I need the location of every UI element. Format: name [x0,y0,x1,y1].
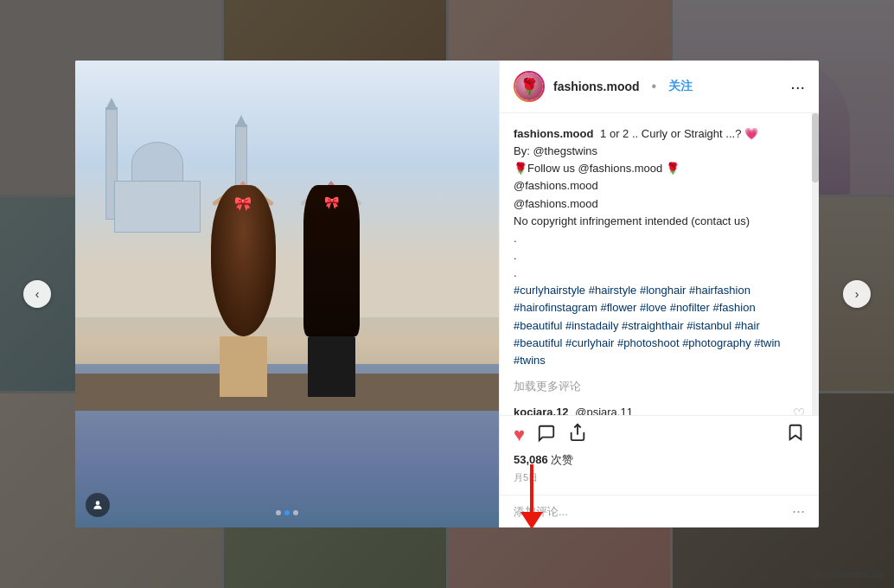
post-date: 月5日 [514,471,805,484]
caption-line2: By: @thegstwins [514,144,597,157]
post-header: 🌹 fashions.mood • 关注 ··· [500,61,819,113]
girl-2: 🎀 [296,181,367,397]
caption-hashtags: #curlyhairstyle #hairstyle #longhair #ha… [514,284,781,367]
add-comment-input[interactable] [514,505,785,518]
comment-text: kociara.12 @psiara.11 [514,404,786,415]
next-button[interactable]: › [843,280,871,308]
share-button[interactable] [568,423,587,447]
like-button[interactable]: ♥ [514,424,525,446]
right-arrow-icon: › [855,287,859,301]
add-comment-row: ··· [500,495,819,527]
comment-body-1: @psiara.11 [575,406,633,415]
caption-dot1: . [514,232,517,245]
comment-username-1[interactable]: kociara.12 [514,406,569,415]
comment-like-button-1[interactable]: ♡ [793,404,805,415]
caption-line3: 🌹Follow us @fashions.mood 🌹 [514,162,680,175]
more-options-button[interactable]: ··· [790,78,805,95]
dot-1 [276,510,281,515]
post-image-pane: 🎀 🎀 [75,61,499,527]
header-username[interactable]: fashions.mood [553,80,640,93]
post-modal: 🎀 🎀 [75,61,819,527]
scrollbar-track[interactable] [812,113,819,415]
photo-dots [276,510,298,515]
avatar-image: 🌹 [515,73,543,100]
action-bar: ♥ 53,086 次赞 月5日 [500,415,819,495]
comment-row: kociara.12 @psiara.11 ♡ [514,404,805,415]
girl-1: 🎀 [208,181,278,397]
girls-figure: 🎀 🎀 [208,181,367,397]
arrow-pointer [520,464,543,529]
caption-dot3: . [514,266,517,279]
comments-area[interactable]: fashions.mood 1 or 2 .. Curly or Straigh… [500,113,819,415]
modal-overlay[interactable]: ‹ › [0,0,894,588]
likes-count: 53,086 次赞 [514,452,805,468]
post-info-pane: 🌹 fashions.mood • 关注 ··· fashions.mood 1… [499,61,819,527]
action-icons-row: ♥ [514,423,805,447]
caption-line6: No copyright infringement intended (cont… [514,214,750,227]
caption-line5: @fashions.mood [514,197,598,210]
emoji-button[interactable]: ··· [792,502,805,521]
prev-button[interactable]: ‹ [23,280,51,308]
svg-point-0 [96,501,100,505]
comment-button[interactable] [537,424,556,447]
caption-line4: @fashions.mood [514,179,598,192]
arrow-shaft [530,464,533,512]
scrollbar-thumb[interactable] [812,113,819,182]
bookmark-button[interactable] [786,423,805,447]
caption-text: 1 or 2 .. Curly or Straight ...? 💗 [600,127,758,140]
avatar[interactable]: 🌹 [514,71,545,102]
header-separator: • [652,79,657,94]
caption-dot2: . [514,249,517,262]
load-more-button[interactable]: 加载更多评论 [514,378,805,395]
left-arrow-icon: ‹ [35,287,40,301]
caption-username[interactable]: fashions.mood [514,127,593,140]
post-photo: 🎀 🎀 [75,61,499,527]
post-caption: fashions.mood 1 or 2 .. Curly or Straigh… [514,125,805,369]
photo-user-icon [86,493,110,517]
arrow-head [520,512,543,529]
dot-3 [293,510,298,515]
dot-2 [284,510,290,515]
follow-button[interactable]: 关注 [668,79,693,94]
